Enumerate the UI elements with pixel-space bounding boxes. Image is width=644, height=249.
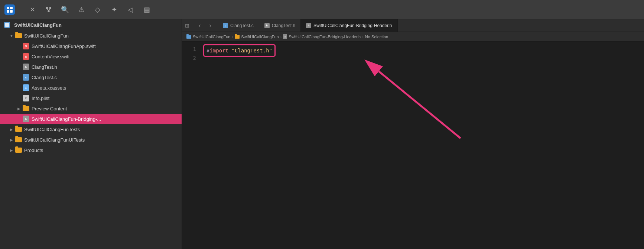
sidebar-item-tests-folder[interactable]: ▶ SwiftUICallClangFunTests	[0, 124, 182, 135]
breadcrumb: SwiftUICallClangFun › SwiftUICallClangFu…	[182, 32, 644, 42]
tab-list: c ClangTest.c h ClangTest.h h SwiftUICal…	[218, 19, 644, 32]
hierarchy-icon[interactable]	[43, 4, 54, 15]
stamp-icon[interactable]: ✦	[109, 4, 119, 15]
svg-rect-5	[49, 7, 51, 9]
tab-grid-button[interactable]: ⊞	[182, 20, 192, 31]
chevron-right-icon: ▶	[9, 137, 14, 142]
folder-label: Preview Content	[32, 106, 67, 111]
breadcrumb-project[interactable]: SwiftUICallClangFun	[186, 35, 230, 39]
chevron-down-icon: ▼	[9, 33, 14, 38]
svg-rect-10	[5, 23, 9, 27]
tab-clangtest-h[interactable]: h ClangTest.h	[259, 19, 301, 32]
breadcrumb-label: SwiftUICallClangFun-Bridging-Header.h	[289, 35, 361, 39]
file-label: ClangTest.c	[32, 75, 57, 80]
tab-forward-button[interactable]: ›	[206, 21, 215, 30]
search-icon[interactable]: 🔍	[60, 4, 70, 15]
editor-wrapper: 1 2 #import "ClangTest.h"	[182, 42, 644, 249]
tab-file-icon-h: h	[264, 23, 270, 28]
tab-back-button[interactable]: ‹	[195, 21, 204, 30]
tag-icon[interactable]: ◁	[125, 4, 136, 15]
sidebar-item-info-plist[interactable]: ▶ P Info.plist	[0, 93, 182, 103]
folder-label: Products	[24, 148, 43, 153]
file-label: ContentView.swift	[32, 54, 69, 59]
sidebar-item-main-folder[interactable]: ▼ SwiftUICallClangFun	[0, 30, 182, 41]
breadcrumb-project-icon	[186, 35, 191, 39]
chevron-right-icon: ▶	[9, 127, 14, 132]
sidebar-item-bridging-header[interactable]: ▶ h SwiftUICallClangFun-Bridging-...	[0, 114, 182, 124]
project-icon	[3, 21, 11, 29]
sidebar-item-products-folder[interactable]: ▶ Products	[0, 145, 182, 155]
breadcrumb-label: SwiftUICallClangFun	[193, 35, 230, 39]
tab-bar: ⊞ ‹ › c ClangTest.c h ClangTest.h h Swif…	[182, 19, 644, 32]
import-highlight-box: #import "ClangTest.h"	[204, 45, 275, 56]
import-keyword: import	[209, 48, 228, 54]
line-numbers: 1 2	[182, 45, 201, 249]
breadcrumb-file[interactable]: h SwiftUICallClangFun-Bridging-Header.h	[283, 34, 361, 39]
tab-bridging-header[interactable]: h SwiftUICallClangFun-Bridging-Header.h	[301, 19, 397, 32]
chevron-right-icon: ▶	[9, 148, 14, 153]
file-label: ClangTest.h	[32, 64, 57, 70]
code-line-2	[204, 56, 641, 65]
sidebar-item-clangtest-h[interactable]: ▶ h ClangTest.h	[0, 62, 182, 72]
sidebar-item-assets[interactable]: ▶ ⊞ Assets.xcassets	[0, 83, 182, 93]
line-number: 1	[186, 45, 196, 54]
tab-file-icon-h2: h	[306, 23, 311, 28]
file-label: Info.plist	[32, 96, 49, 101]
breadcrumb-separator2: ›	[280, 35, 282, 39]
editor-content[interactable]: 1 2 #import "ClangTest.h"	[182, 42, 644, 249]
svg-line-7	[47, 9, 49, 10]
breadcrumb-no-selection: No Selection	[365, 35, 388, 39]
sidebar-item-clangtest-c[interactable]: ▶ c ClangTest.c	[0, 72, 182, 83]
file-label: SwiftUICallClangFunApp.swift	[32, 43, 96, 49]
editor-area: ⊞ ‹ › c ClangTest.c h ClangTest.h h Swif…	[182, 19, 644, 249]
svg-rect-3	[10, 10, 13, 13]
sidebar-item-preview-content[interactable]: ▶ Preview Content	[0, 103, 182, 114]
svg-rect-0	[7, 7, 9, 9]
breadcrumb-separator: ›	[232, 35, 233, 39]
root-project-label: SwiftUICallClangFun	[14, 22, 62, 28]
sidebar-item-app-swift[interactable]: ▶ S SwiftUICallClangFunApp.swift	[0, 41, 182, 51]
toolbar: ✕ 🔍 ⚠ ◇ ✦ ◁ ▤	[0, 0, 644, 19]
close-icon[interactable]: ✕	[27, 4, 38, 15]
svg-rect-6	[48, 10, 50, 12]
folder-label: SwiftUICallClangFunTests	[24, 127, 80, 132]
svg-rect-2	[7, 10, 9, 13]
grid-icon[interactable]	[4, 4, 15, 15]
breadcrumb-selection[interactable]: No Selection	[365, 35, 388, 39]
tab-nav: ‹ ›	[192, 21, 218, 30]
file-label: Assets.xcassets	[32, 85, 66, 91]
tab-file-icon-c: c	[223, 23, 228, 28]
main-area: SwiftUICallClangFun ▼ SwiftUICallClangFu…	[0, 19, 644, 249]
chevron-right-icon: ▶	[16, 106, 22, 111]
breadcrumb-file-icon: h	[283, 34, 287, 39]
toolbar-separator	[21, 4, 21, 15]
breadcrumb-folder-icon	[235, 35, 240, 39]
svg-rect-1	[10, 7, 13, 9]
sidebar-item-uitests-folder[interactable]: ▶ SwiftUICallClangFunUITests	[0, 135, 182, 145]
line-number: 2	[186, 54, 196, 62]
code-area[interactable]: #import "ClangTest.h"	[201, 45, 644, 249]
sidebar: SwiftUICallClangFun ▼ SwiftUICallClangFu…	[0, 19, 182, 249]
code-line-1: #import "ClangTest.h"	[204, 45, 641, 56]
breadcrumb-separator3: ›	[362, 35, 364, 39]
import-string: "ClangTest.h"	[231, 48, 272, 54]
file-label: SwiftUICallClangFun-Bridging-...	[32, 116, 101, 122]
breadcrumb-label: SwiftUICallClangFun	[241, 35, 279, 39]
folder-label: SwiftUICallClangFun	[24, 33, 69, 39]
svg-line-8	[49, 9, 51, 10]
breadcrumb-folder[interactable]: SwiftUICallClangFun	[235, 35, 279, 39]
list-icon[interactable]: ▤	[142, 4, 152, 15]
sidebar-item-contentview-swift[interactable]: ▶ S ContentView.swift	[0, 51, 182, 62]
warning-icon[interactable]: ⚠	[76, 4, 87, 15]
svg-rect-4	[46, 7, 48, 9]
breakpoint-icon[interactable]: ◇	[92, 4, 103, 15]
folder-label: SwiftUICallClangFunUITests	[24, 137, 85, 143]
tab-clangtest-c[interactable]: c ClangTest.c	[218, 19, 259, 32]
sidebar-item-root-project[interactable]: SwiftUICallClangFun	[0, 19, 182, 30]
